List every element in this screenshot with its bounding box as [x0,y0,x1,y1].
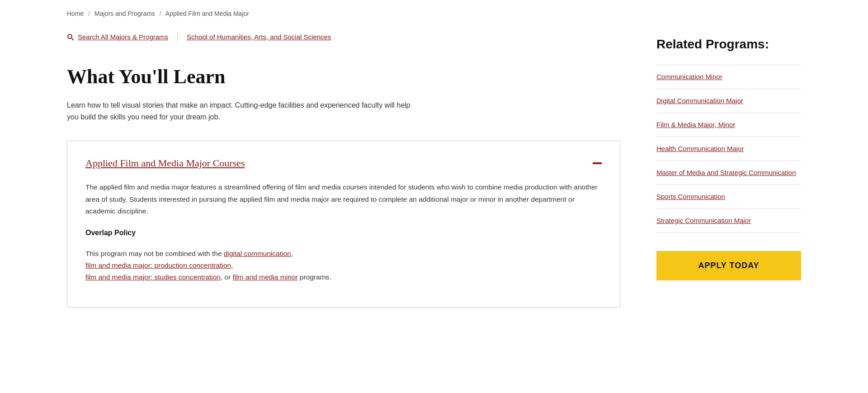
svg-line-1 [71,38,74,40]
list-item: Strategic Communication Major [656,209,801,233]
breadcrumb-sep-2: / [160,10,161,17]
related-program-link[interactable]: Communication Minor [656,73,722,80]
apply-today-button[interactable]: APPLY TODAY [656,251,801,280]
accordion-body-paragraph: The applied film and media major feature… [85,181,602,217]
main-content: Search All Majors & Programs School of H… [67,32,620,308]
digital-comm-link[interactable]: digital communication [224,250,291,257]
search-majors-link[interactable]: Search All Majors & Programs [67,32,168,43]
film-production-link[interactable]: film and media major: production concent… [85,261,231,269]
film-studies-link[interactable]: film and media major: studies concentrat… [85,273,221,281]
list-item: Health Communication Major [656,137,801,161]
accordion-header: Applied Film and Media Major Courses [85,156,602,170]
related-programs-heading: Related Programs: [656,37,801,52]
list-item: Digital Communication Major [656,89,801,113]
intro-text: Learn how to tell visual stories that ma… [67,99,410,123]
nav-divider [177,33,178,42]
list-item: Communication Minor [656,65,801,89]
breadcrumb-home[interactable]: Home [67,10,84,17]
page-title: What You'll Learn [67,65,620,89]
related-program-link[interactable]: Master of Media and Strategic Communicat… [656,169,796,176]
sidebar: Related Programs: Communication MinorDig… [656,32,801,280]
related-programs-list: Communication MinorDigital Communication… [656,65,801,233]
list-item: Sports Communication [656,185,801,209]
school-link[interactable]: School of Humanities, Arts, and Social S… [187,32,331,43]
film-minor-link[interactable]: film and media minor [233,273,298,281]
breadcrumb-sep-1: / [88,10,90,17]
related-program-link[interactable]: Strategic Communication Major [656,217,751,224]
overlap-policy-text: This program may not be combined with th… [85,248,602,284]
list-item: Film & Media Major, Minor [656,113,801,137]
search-icon [67,33,74,41]
related-program-link[interactable]: Digital Communication Major [656,97,743,104]
breadcrumb-majors[interactable]: Majors and Programs [94,10,155,17]
related-program-link[interactable]: Film & Media Major, Minor [656,121,735,128]
nav-links: Search All Majors & Programs School of H… [67,32,620,43]
breadcrumb-current: Applied Film and Media Major [165,10,249,17]
accordion-toggle-button[interactable] [593,162,602,164]
overlap-policy-title: Overlap Policy [85,227,602,239]
accordion-title[interactable]: Applied Film and Media Major Courses [85,156,245,170]
related-program-link[interactable]: Health Communication Major [656,145,744,152]
related-program-link[interactable]: Sports Communication [656,193,725,200]
breadcrumb: Home / Majors and Programs / Applied Fil… [67,0,801,32]
list-item: Master of Media and Strategic Communicat… [656,161,801,185]
accordion-body: The applied film and media major feature… [85,181,602,283]
svg-point-0 [68,34,72,38]
accordion-panel: Applied Film and Media Major Courses The… [67,141,620,307]
